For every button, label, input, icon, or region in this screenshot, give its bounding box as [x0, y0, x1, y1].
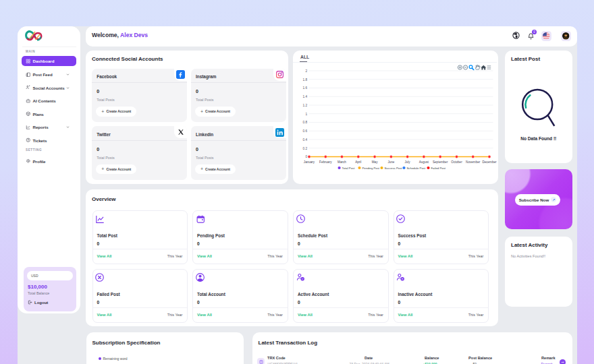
svg-text:November: November — [466, 160, 481, 164]
svg-text:October: October — [451, 160, 462, 164]
svg-text:0.8: 0.8 — [302, 121, 307, 124]
svg-text:January: January — [304, 160, 315, 164]
svg-text:Total Post: Total Post — [342, 166, 356, 169]
svg-text:July: July — [405, 160, 411, 164]
svg-text:September: September — [433, 160, 448, 164]
svg-text:March: March — [338, 160, 346, 164]
svg-text:February: February — [319, 160, 332, 164]
svg-text:2: 2 — [305, 69, 307, 72]
svg-text:August: August — [419, 160, 429, 164]
svg-text:Schedule Post: Schedule Post — [407, 166, 427, 169]
svg-text:1.6: 1.6 — [302, 86, 307, 90]
svg-text:Pending Post: Pending Post — [362, 166, 380, 169]
svg-text:April: April — [355, 160, 361, 164]
svg-text:Success Post: Success Post — [385, 166, 403, 169]
svg-text:1: 1 — [305, 112, 307, 115]
svg-text:1.4: 1.4 — [302, 95, 307, 98]
svg-text:June: June — [387, 160, 394, 164]
svg-text:1.8: 1.8 — [302, 78, 307, 81]
svg-text:Failed Post: Failed Post — [431, 166, 446, 169]
svg-text:0.2: 0.2 — [302, 146, 307, 150]
svg-text:December: December — [482, 160, 497, 164]
svg-text:0: 0 — [305, 155, 307, 158]
svg-text:0.4: 0.4 — [302, 138, 307, 141]
svg-text:0.6: 0.6 — [302, 129, 307, 133]
svg-text:May: May — [372, 160, 378, 164]
svg-text:1.2: 1.2 — [302, 103, 307, 107]
